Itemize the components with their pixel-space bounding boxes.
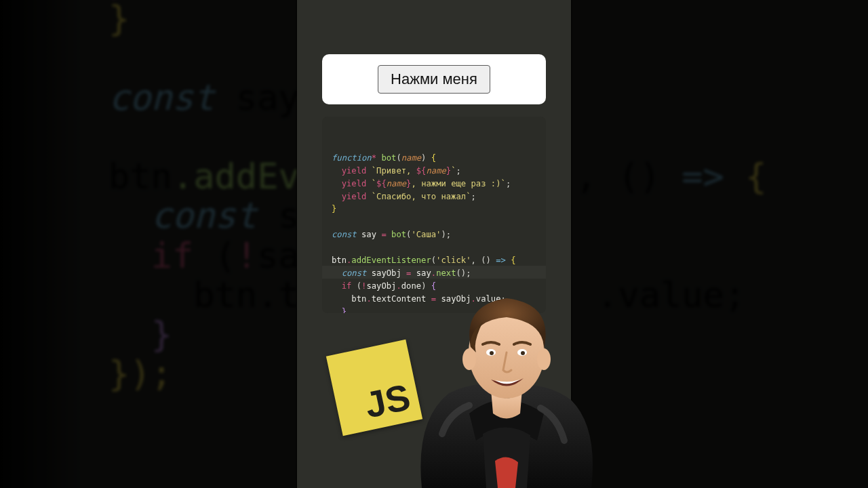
bg-token: { <box>724 156 767 197</box>
bg-token: ( <box>193 235 236 276</box>
bg-token: => <box>682 156 724 197</box>
code-line: btn.addEventListener('click', () => { <box>332 256 516 265</box>
bg-token: }); <box>108 353 172 394</box>
code-line <box>332 217 336 226</box>
code-tok: `Привет, <box>372 166 416 176</box>
code-tok: ` <box>451 166 456 176</box>
code-tok: ` <box>372 179 376 188</box>
code-tok: sayObj <box>366 281 396 291</box>
code-tok: name <box>426 166 446 176</box>
svg-point-2 <box>537 348 551 370</box>
press-me-button[interactable]: Нажми меня <box>378 65 490 94</box>
code-tok: ${ <box>376 179 387 188</box>
bg-token: btn <box>108 156 172 197</box>
code-tok: bot <box>381 153 396 163</box>
code-line: function* bot(name) { <box>332 153 436 163</box>
code-tok: btn <box>332 256 347 265</box>
bg-token: const <box>108 77 215 118</box>
code-line <box>332 243 336 252</box>
code-tok: if <box>342 281 352 291</box>
code-tok: btn <box>351 294 366 304</box>
bg-token: ! <box>236 235 257 276</box>
code-tok: , нажми еще раз :)` <box>411 179 505 188</box>
vignette-left <box>0 0 81 488</box>
code-tok: * <box>372 153 376 163</box>
bg-token: if <box>151 235 194 276</box>
phone-column: Нажми меня function* bot(name) { yield `… <box>297 0 571 488</box>
code-tok: ${ <box>416 166 427 176</box>
highlighted-line <box>322 266 546 279</box>
person-photo <box>408 285 598 488</box>
code-tok: yield <box>342 192 367 201</box>
button-card: Нажми меня <box>322 54 546 104</box>
code-line: yield `${name}, нажми еще раз :)`; <box>332 179 511 188</box>
svg-point-5 <box>490 351 494 355</box>
svg-point-6 <box>521 351 525 355</box>
code-tok: name <box>401 153 421 163</box>
code-tok: bot <box>391 230 406 239</box>
code-line: yield `Спасибо, что нажал`; <box>332 192 476 201</box>
code-tok: addEventListener <box>351 256 431 265</box>
code-line: } <box>332 204 336 214</box>
code-tok: `Спасибо, что нажал` <box>372 192 471 201</box>
bg-token: btn <box>193 274 257 315</box>
bg-token: } <box>151 314 172 354</box>
bg-token: .value; <box>597 274 745 315</box>
bg-token: , () <box>576 156 682 197</box>
bg-token: const <box>151 195 258 236</box>
code-tok: yield <box>342 166 367 176</box>
code-line: const say = bot('Саша'); <box>332 230 451 239</box>
code-line: } <box>332 307 347 313</box>
code-editor: function* bot(name) { yield `Привет, ${n… <box>322 117 546 313</box>
code-tok: 'Саша' <box>411 230 441 239</box>
code-tok: say <box>361 230 376 239</box>
code-tok: name <box>387 179 406 188</box>
svg-point-1 <box>462 348 476 370</box>
code-tok: const <box>332 230 357 239</box>
code-line: yield `Привет, ${name}`; <box>332 166 461 176</box>
code-tok: 'click' <box>436 256 471 265</box>
js-logo-text: JS <box>361 375 414 426</box>
code-tok: function <box>332 153 372 163</box>
bg-token: } <box>108 0 130 39</box>
code-tok: yield <box>342 179 367 188</box>
